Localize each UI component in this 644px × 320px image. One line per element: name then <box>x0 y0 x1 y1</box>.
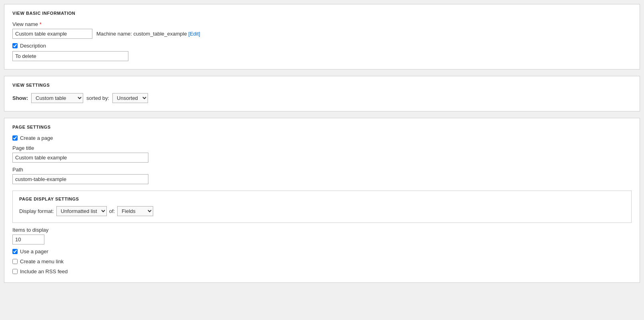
create-page-row: Create a page <box>12 135 632 141</box>
use-pager-checkbox[interactable] <box>12 249 18 254</box>
include-rss-row: Include an RSS feed <box>12 268 632 274</box>
display-format-select[interactable]: Unformatted list Table Grid HTML list <box>56 206 107 216</box>
view-name-label: View name * <box>12 21 632 27</box>
create-page-label: Create a page <box>20 135 53 141</box>
sorted-by-label: sorted by: <box>86 95 109 101</box>
view-settings-title: VIEW SETTINGS <box>12 83 632 87</box>
machine-name-text: Machine name: custom_table_example [Edit… <box>96 31 200 37</box>
path-input[interactable] <box>12 174 148 184</box>
path-label: Path <box>12 167 632 173</box>
description-input[interactable] <box>12 51 128 61</box>
display-format-label: Display format: <box>19 208 54 214</box>
page-settings-section: PAGE SETTINGS Create a page Page title P… <box>4 118 640 283</box>
machine-name-edit-link[interactable]: [Edit] <box>188 31 200 37</box>
use-pager-label: Use a pager <box>20 248 48 254</box>
include-rss-label: Include an RSS feed <box>20 268 68 274</box>
page-title-input[interactable] <box>12 153 148 163</box>
show-select[interactable]: Custom table Content Files Taxonomy term… <box>31 93 83 103</box>
show-label: Show: <box>12 95 28 101</box>
view-basic-info-section: VIEW BASIC INFORMATION View name * Machi… <box>4 4 640 70</box>
of-label: of: <box>109 208 115 214</box>
page-display-settings-subsection: PAGE DISPLAY SETTINGS Display format: Un… <box>12 191 632 223</box>
display-format-row: Display format: Unformatted list Table G… <box>19 206 625 216</box>
view-basic-info-title: VIEW BASIC INFORMATION <box>12 11 632 16</box>
view-name-row: Machine name: custom_table_example [Edit… <box>12 29 632 39</box>
view-settings-section: VIEW SETTINGS Show: Custom table Content… <box>4 76 640 111</box>
create-page-checkbox[interactable] <box>12 135 18 141</box>
required-indicator: * <box>40 21 42 27</box>
of-select[interactable]: Fields Teasers Full posts <box>117 206 153 216</box>
page-title-label: Page title <box>12 145 632 151</box>
page-settings-title: PAGE SETTINGS <box>12 125 632 129</box>
create-menu-link-label: Create a menu link <box>20 258 64 264</box>
description-check-row: Description <box>12 43 632 49</box>
show-row: Show: Custom table Content Files Taxonom… <box>12 93 632 103</box>
create-menu-link-checkbox[interactable] <box>12 259 18 264</box>
use-pager-row: Use a pager <box>12 248 632 254</box>
include-rss-checkbox[interactable] <box>12 269 18 274</box>
sorted-by-select[interactable]: Unsorted Title Post date Author <box>112 93 148 103</box>
items-to-display-label: Items to display <box>12 227 632 233</box>
items-to-display-input[interactable] <box>12 235 44 244</box>
view-name-input[interactable] <box>12 29 92 39</box>
description-checkbox[interactable] <box>12 43 18 48</box>
description-label: Description <box>20 43 46 49</box>
create-menu-link-row: Create a menu link <box>12 258 632 264</box>
page-display-settings-title: PAGE DISPLAY SETTINGS <box>19 197 625 201</box>
